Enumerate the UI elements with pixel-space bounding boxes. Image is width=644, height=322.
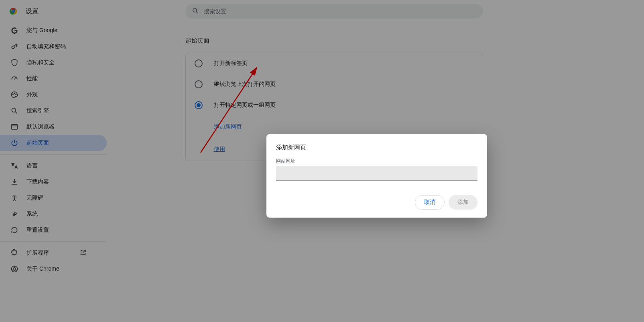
url-input[interactable]	[276, 166, 477, 181]
dialog-title: 添加新网页	[276, 144, 477, 151]
add-page-dialog: 添加新网页 网站网址 取消 添加	[266, 134, 487, 218]
add-button[interactable]: 添加	[449, 195, 477, 210]
dialog-field-label: 网站网址	[276, 158, 477, 165]
dialog-actions: 取消 添加	[276, 195, 477, 210]
cancel-button[interactable]: 取消	[415, 195, 445, 210]
modal-overlay[interactable]: 添加新网页 网站网址 取消 添加	[0, 0, 644, 322]
